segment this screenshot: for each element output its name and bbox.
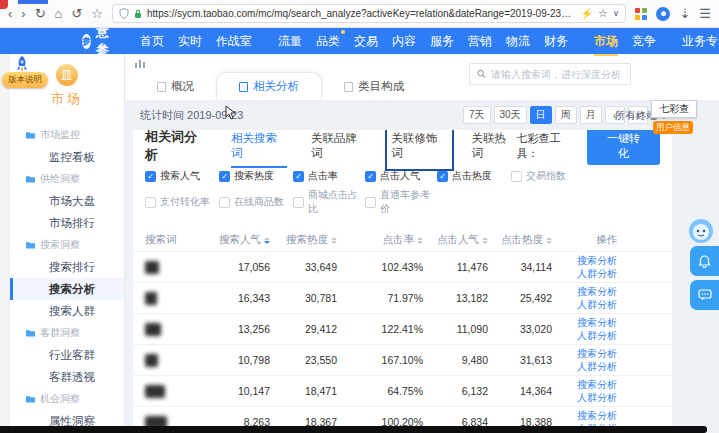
search-analysis-link[interactable]: 搜索分析 (552, 285, 617, 299)
sidebar-item-search-ranking[interactable]: 搜索排行 (10, 256, 124, 278)
search-analysis-link[interactable]: 搜索分析 (552, 409, 617, 423)
tab-related-search-words[interactable]: 相关搜索词 (231, 130, 287, 165)
nav-item-realtime[interactable]: 实时 (178, 33, 202, 50)
col-click-rate[interactable]: 点击率 (337, 233, 423, 247)
notifications-float-button[interactable] (690, 246, 719, 276)
bookmark-star-icon[interactable]: ☆ (91, 7, 103, 20)
range-30d-button[interactable]: 30天 (494, 106, 527, 124)
user-info-button[interactable]: 用户信息 (653, 121, 693, 134)
nav-item-marketing[interactable]: 营销 (468, 33, 492, 50)
undo-icon[interactable]: ↺ (71, 7, 82, 20)
nav-item-service[interactable]: 服务 (430, 33, 454, 50)
checkbox-checked-icon: ✓ (437, 171, 448, 182)
sidebar-group-search-insight[interactable]: 搜索洞察 (10, 234, 124, 256)
home-icon[interactable]: ⌂ (55, 7, 63, 20)
https-lock-icon (134, 9, 142, 19)
sidebar-group-supply-insight[interactable]: 供给洞察 (10, 168, 124, 190)
forward-icon[interactable]: › (21, 7, 25, 20)
redacted-search-word (145, 385, 165, 398)
sidebar-group-opportunity-insight[interactable]: 机会洞察 (10, 388, 124, 410)
nav-item-trade[interactable]: 交易 (354, 33, 378, 50)
sidebar-item-market-overview[interactable]: 市场大盘 (10, 190, 124, 212)
nav-item-home[interactable]: 首页 (140, 33, 164, 50)
browser-toolbar: ‹ › ↻ ⌂ ↺ ☆ https://sycm.taobao.com/mc/m… (0, 0, 719, 28)
tab-relation-analysis[interactable]: 相关分析 (216, 72, 322, 100)
metric-click-heat[interactable]: ✓点击热度 (437, 169, 511, 183)
search-icon (477, 69, 486, 79)
search-analysis-link[interactable]: 搜索分析 (552, 347, 617, 361)
metric-search-popularity[interactable]: ✓搜索人气 (145, 169, 219, 183)
nav-item-warroom[interactable]: 作战室 (216, 33, 252, 50)
address-bar[interactable]: https://sycm.taobao.com/mc/mq/search_ana… (112, 4, 626, 23)
nav-item-content[interactable]: 内容 (392, 33, 416, 50)
metric-click-popularity[interactable]: ✓点击人气 (365, 169, 437, 183)
shield-icon (119, 8, 129, 19)
keyword-search-input[interactable] (491, 69, 623, 80)
tab-related-hot-words[interactable]: 关联热词 (472, 130, 517, 165)
audience-analysis-link[interactable]: 人群分析 (552, 391, 617, 405)
search-analysis-link[interactable]: 搜索分析 (552, 254, 617, 268)
metric-ztc-reference-price[interactable]: 直通车参考价 (365, 188, 437, 216)
metric-payment-conversion[interactable]: 支付转化率 (145, 188, 219, 216)
table-row: 13,256 29,412 122.41% 11,090 33,020 搜索分析… (133, 313, 672, 344)
tab-category-composition[interactable]: 类目构成 (322, 73, 426, 100)
keyword-search-box[interactable] (469, 63, 631, 85)
tab-overview[interactable]: 概况 (135, 73, 216, 100)
metric-search-heat[interactable]: ✓搜索热度 (219, 169, 293, 183)
one-click-convert-button[interactable]: 一键转化 (587, 130, 660, 165)
metric-mall-click-share[interactable]: 商城点击占比 (293, 188, 365, 216)
sidebar-item-industry-audience[interactable]: 行业客群 (10, 344, 124, 366)
qicai-check-button[interactable]: 七彩查 (651, 100, 697, 118)
version-badge[interactable]: 版本说明 (2, 72, 48, 88)
nav-item-market[interactable]: 市场 (594, 33, 618, 50)
sidebar-item-monitor-board[interactable]: 监控看板 (10, 146, 124, 168)
audience-analysis-link[interactable]: 人群分析 (552, 360, 617, 374)
checkbox-unchecked-icon (293, 197, 304, 208)
range-day-button[interactable]: 日 (530, 106, 552, 124)
chat-float-button[interactable] (690, 280, 719, 310)
doc-icon (239, 82, 248, 92)
sidebar-item-audience-perspective[interactable]: 客群透视 (10, 366, 124, 388)
nav-item-competition[interactable]: 竞争 (632, 33, 656, 50)
col-search-popularity[interactable]: 搜索人气 (205, 233, 270, 247)
sidebar-item-search-audience[interactable]: 搜索人群 (10, 300, 124, 322)
browser-profile-icon[interactable]: ☻ (656, 7, 670, 21)
checkbox-unchecked-icon (511, 171, 522, 182)
back-icon[interactable]: ‹ (8, 7, 12, 20)
audience-analysis-link[interactable]: 人群分析 (552, 298, 617, 312)
sidebar-item-market-ranking[interactable]: 市场排行 (10, 212, 124, 234)
assistant-mascot[interactable] (686, 217, 716, 245)
metric-online-products[interactable]: 在线商品数 (219, 188, 293, 216)
metric-trade-index[interactable]: 交易指数 (511, 169, 660, 183)
menu-icon[interactable]: ☰ (699, 7, 711, 20)
search-analysis-link[interactable]: 搜索分析 (552, 316, 617, 330)
reload-icon[interactable]: ↻ (35, 7, 46, 20)
apps-grid-icon[interactable] (635, 8, 647, 20)
favorite-star-icon[interactable]: ☆ (598, 8, 608, 19)
audience-analysis-link[interactable]: 人群分析 (552, 329, 617, 343)
tab-related-brand-words[interactable]: 关联品牌词 (311, 130, 367, 165)
lightning-icon[interactable]: ⚡ (580, 9, 592, 19)
range-7d-button[interactable]: 7天 (463, 106, 491, 124)
tab-related-modifier-words[interactable]: 关联修饰词 (391, 130, 447, 165)
search-analysis-link[interactable]: 搜索分析 (552, 378, 617, 392)
nav-item-traffic[interactable]: 流量 (278, 33, 302, 50)
video-progress-bar[interactable] (0, 426, 707, 433)
chevron-down-icon[interactable]: ∨ (613, 9, 620, 18)
sidebar-item-search-analysis[interactable]: 搜索分析 (10, 278, 124, 300)
nav-item-business-zone[interactable]: 业务专区 (682, 33, 719, 50)
nav-item-logistics[interactable]: 物流 (506, 33, 530, 50)
col-click-heat[interactable]: 点击热度 (488, 233, 552, 247)
audience-analysis-link[interactable]: 人群分析 (552, 267, 617, 281)
metric-click-rate[interactable]: ✓点击率 (293, 169, 365, 183)
sidebar-group-market-monitor[interactable]: 市场监控 (10, 124, 124, 146)
sidebar-group-audience-insight[interactable]: 客群洞察 (10, 322, 124, 344)
download-icon[interactable]: ⇣ (679, 7, 690, 20)
col-search-heat[interactable]: 搜索热度 (270, 233, 337, 247)
card-tools: 七彩查工具： 一键转化 (516, 130, 660, 165)
range-week-button[interactable]: 周 (555, 106, 577, 124)
col-click-popularity[interactable]: 点击人气 (423, 233, 488, 247)
range-month-button[interactable]: 月 (580, 106, 602, 124)
nav-item-category[interactable]: 品类 (316, 33, 340, 50)
nav-item-finance[interactable]: 财务 (544, 33, 568, 50)
